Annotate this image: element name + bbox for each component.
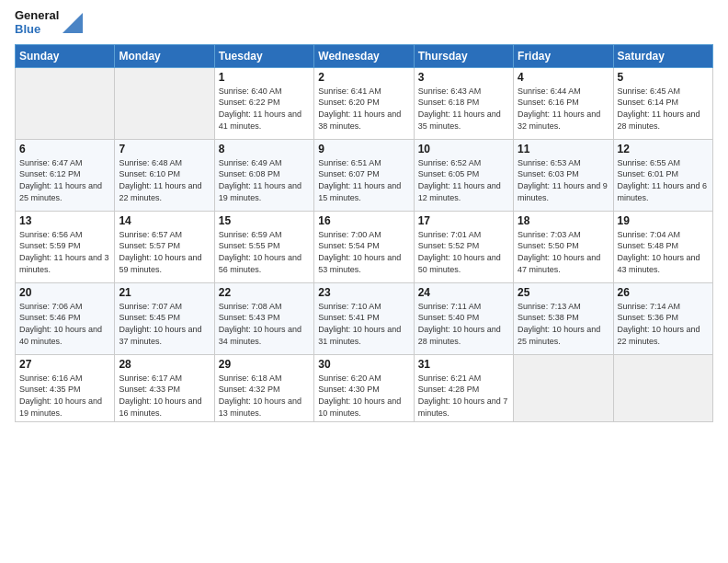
day-info: Sunrise: 6:51 AMSunset: 6:07 PMDaylight:… [318, 157, 409, 203]
calendar-week-5: 27Sunrise: 6:16 AMSunset: 4:35 PMDayligh… [16, 354, 713, 421]
calendar-cell-4-3: 30Sunrise: 6:20 AMSunset: 4:30 PMDayligh… [314, 354, 414, 421]
day-number: 10 [418, 143, 509, 155]
day-info: Sunrise: 7:03 AMSunset: 5:50 PMDaylight:… [518, 229, 609, 275]
day-info: Sunrise: 6:44 AMSunset: 6:16 PMDaylight:… [518, 86, 609, 132]
calendar-week-3: 13Sunrise: 6:56 AMSunset: 5:59 PMDayligh… [16, 211, 713, 282]
day-number: 17 [418, 214, 509, 227]
calendar-cell-1-5: 11Sunrise: 6:53 AMSunset: 6:03 PMDayligh… [514, 139, 613, 211]
weekday-header-tuesday: Tuesday [214, 44, 313, 67]
day-info: Sunrise: 6:57 AMSunset: 5:57 PMDaylight:… [119, 229, 210, 275]
day-info: Sunrise: 6:59 AMSunset: 5:55 PMDaylight:… [219, 229, 310, 275]
calendar-cell-4-0: 27Sunrise: 6:16 AMSunset: 4:35 PMDayligh… [16, 354, 115, 421]
day-info: Sunrise: 7:10 AMSunset: 5:41 PMDaylight:… [318, 301, 409, 347]
weekday-header-sunday: Sunday [16, 44, 115, 67]
day-number: 4 [518, 71, 609, 84]
day-number: 14 [119, 214, 210, 227]
weekday-header-row: SundayMondayTuesdayWednesdayThursdayFrid… [16, 44, 713, 67]
calendar-cell-1-6: 12Sunrise: 6:55 AMSunset: 6:01 PMDayligh… [613, 139, 712, 211]
calendar-cell-2-1: 14Sunrise: 6:57 AMSunset: 5:57 PMDayligh… [115, 211, 214, 282]
logo-triangle-icon [63, 13, 83, 33]
calendar-cell-1-1: 7Sunrise: 6:48 AMSunset: 6:10 PMDaylight… [115, 139, 214, 211]
day-info: Sunrise: 7:08 AMSunset: 5:43 PMDaylight:… [219, 301, 310, 347]
day-number: 15 [219, 214, 310, 227]
day-number: 3 [418, 71, 509, 84]
day-info: Sunrise: 6:55 AMSunset: 6:01 PMDaylight:… [618, 157, 709, 203]
day-number: 8 [219, 143, 310, 155]
calendar-cell-2-2: 15Sunrise: 6:59 AMSunset: 5:55 PMDayligh… [214, 211, 313, 282]
calendar-table: SundayMondayTuesdayWednesdayThursdayFrid… [15, 44, 713, 422]
page: General Blue SundayMondayTuesdayWednesda… [0, 0, 728, 563]
calendar-cell-3-6: 26Sunrise: 7:14 AMSunset: 5:36 PMDayligh… [613, 282, 712, 354]
calendar-cell-0-2: 1Sunrise: 6:40 AMSunset: 6:22 PMDaylight… [214, 67, 313, 139]
logo-text: General Blue [15, 9, 59, 37]
day-number: 23 [318, 286, 409, 299]
day-number: 2 [318, 71, 409, 84]
day-number: 29 [219, 358, 310, 371]
calendar-cell-1-3: 9Sunrise: 6:51 AMSunset: 6:07 PMDaylight… [314, 139, 414, 211]
day-info: Sunrise: 6:21 AMSunset: 4:28 PMDaylight:… [418, 373, 509, 419]
weekday-header-wednesday: Wednesday [314, 44, 414, 67]
calendar-cell-4-6 [613, 354, 712, 421]
day-number: 24 [418, 286, 509, 299]
calendar-cell-3-2: 22Sunrise: 7:08 AMSunset: 5:43 PMDayligh… [214, 282, 313, 354]
day-number: 19 [618, 214, 709, 227]
day-number: 11 [518, 143, 609, 155]
day-number: 28 [119, 358, 210, 371]
calendar-cell-2-4: 17Sunrise: 7:01 AMSunset: 5:52 PMDayligh… [414, 211, 513, 282]
day-number: 5 [618, 71, 709, 84]
day-info: Sunrise: 6:43 AMSunset: 6:18 PMDaylight:… [418, 86, 509, 132]
calendar-cell-1-2: 8Sunrise: 6:49 AMSunset: 6:08 PMDaylight… [214, 139, 313, 211]
calendar-cell-4-1: 28Sunrise: 6:17 AMSunset: 4:33 PMDayligh… [115, 354, 214, 421]
day-number: 7 [119, 143, 210, 155]
calendar-cell-2-5: 18Sunrise: 7:03 AMSunset: 5:50 PMDayligh… [514, 211, 613, 282]
calendar-cell-0-1 [115, 67, 214, 139]
logo: General Blue [15, 9, 83, 37]
header: General Blue [15, 9, 713, 37]
weekday-header-monday: Monday [115, 44, 214, 67]
day-info: Sunrise: 7:14 AMSunset: 5:36 PMDaylight:… [618, 301, 709, 347]
calendar-cell-0-3: 2Sunrise: 6:41 AMSunset: 6:20 PMDaylight… [314, 67, 414, 139]
day-info: Sunrise: 6:45 AMSunset: 6:14 PMDaylight:… [618, 86, 709, 132]
day-number: 25 [518, 286, 609, 299]
day-info: Sunrise: 6:18 AMSunset: 4:32 PMDaylight:… [219, 373, 310, 419]
calendar-cell-3-3: 23Sunrise: 7:10 AMSunset: 5:41 PMDayligh… [314, 282, 414, 354]
day-number: 20 [19, 286, 110, 299]
calendar-cell-4-4: 31Sunrise: 6:21 AMSunset: 4:28 PMDayligh… [414, 354, 513, 421]
day-info: Sunrise: 7:11 AMSunset: 5:40 PMDaylight:… [418, 301, 509, 347]
day-info: Sunrise: 6:17 AMSunset: 4:33 PMDaylight:… [119, 373, 210, 419]
day-number: 30 [318, 358, 409, 371]
day-info: Sunrise: 6:48 AMSunset: 6:10 PMDaylight:… [119, 157, 210, 203]
day-info: Sunrise: 7:07 AMSunset: 5:45 PMDaylight:… [119, 301, 210, 347]
day-number: 18 [518, 214, 609, 227]
calendar-cell-0-0 [16, 67, 115, 139]
calendar-cell-4-5 [514, 354, 613, 421]
day-number: 9 [318, 143, 409, 155]
day-info: Sunrise: 6:20 AMSunset: 4:30 PMDaylight:… [318, 373, 409, 419]
calendar-cell-0-5: 4Sunrise: 6:44 AMSunset: 6:16 PMDaylight… [514, 67, 613, 139]
day-info: Sunrise: 7:01 AMSunset: 5:52 PMDaylight:… [418, 229, 509, 275]
calendar-cell-0-4: 3Sunrise: 6:43 AMSunset: 6:18 PMDaylight… [414, 67, 513, 139]
day-number: 13 [19, 214, 110, 227]
day-number: 22 [219, 286, 310, 299]
day-number: 31 [418, 358, 509, 371]
day-number: 27 [19, 358, 110, 371]
day-number: 21 [119, 286, 210, 299]
day-info: Sunrise: 6:49 AMSunset: 6:08 PMDaylight:… [219, 157, 310, 203]
calendar-cell-4-2: 29Sunrise: 6:18 AMSunset: 4:32 PMDayligh… [214, 354, 313, 421]
calendar-cell-3-4: 24Sunrise: 7:11 AMSunset: 5:40 PMDayligh… [414, 282, 513, 354]
day-info: Sunrise: 7:04 AMSunset: 5:48 PMDaylight:… [618, 229, 709, 275]
day-info: Sunrise: 6:53 AMSunset: 6:03 PMDaylight:… [518, 157, 609, 203]
day-info: Sunrise: 7:06 AMSunset: 5:46 PMDaylight:… [19, 301, 110, 347]
day-info: Sunrise: 6:56 AMSunset: 5:59 PMDaylight:… [19, 229, 110, 275]
day-info: Sunrise: 6:16 AMSunset: 4:35 PMDaylight:… [19, 373, 110, 419]
calendar-week-4: 20Sunrise: 7:06 AMSunset: 5:46 PMDayligh… [16, 282, 713, 354]
day-info: Sunrise: 6:52 AMSunset: 6:05 PMDaylight:… [418, 157, 509, 203]
calendar-cell-0-6: 5Sunrise: 6:45 AMSunset: 6:14 PMDaylight… [613, 67, 712, 139]
day-number: 16 [318, 214, 409, 227]
day-info: Sunrise: 7:00 AMSunset: 5:54 PMDaylight:… [318, 229, 409, 275]
weekday-header-thursday: Thursday [414, 44, 513, 67]
calendar-cell-3-0: 20Sunrise: 7:06 AMSunset: 5:46 PMDayligh… [16, 282, 115, 354]
calendar-cell-2-3: 16Sunrise: 7:00 AMSunset: 5:54 PMDayligh… [314, 211, 414, 282]
calendar-cell-2-6: 19Sunrise: 7:04 AMSunset: 5:48 PMDayligh… [613, 211, 712, 282]
calendar-week-2: 6Sunrise: 6:47 AMSunset: 6:12 PMDaylight… [16, 139, 713, 211]
